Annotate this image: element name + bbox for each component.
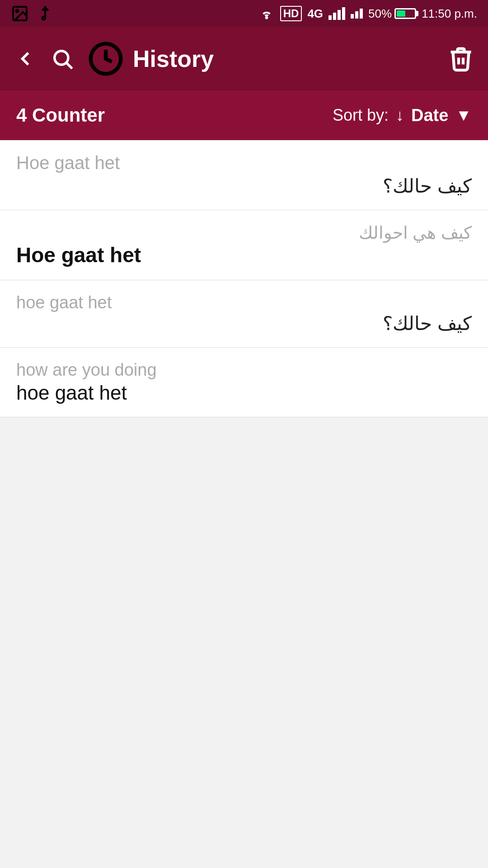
history-item[interactable]: how are you doing hoe gaat het — [0, 348, 488, 417]
svg-point-1 — [16, 10, 19, 12]
svg-line-4 — [67, 63, 72, 69]
translated-text-4: hoe gaat het — [16, 382, 472, 404]
battery-icon — [394, 8, 416, 19]
counter-label: 4 Counter — [16, 104, 105, 126]
clock: 11:50 p.m. — [422, 7, 477, 21]
usb-icon — [36, 5, 54, 23]
search-button[interactable] — [51, 47, 74, 71]
signal-bars — [328, 7, 345, 20]
history-list: Hoe gaat het كيف حالك؟ كيف هي احوالك Hoe… — [0, 140, 488, 417]
battery-percent: 50% — [368, 7, 392, 21]
signal-bars-2 — [351, 9, 363, 19]
wifi-icon — [258, 5, 275, 22]
sort-direction-icon: ↓ — [396, 106, 404, 125]
image-icon — [11, 5, 29, 23]
translated-text-1: كيف حالك؟ — [16, 175, 472, 197]
back-button[interactable] — [14, 47, 37, 71]
source-text-1: Hoe gaat het — [16, 153, 472, 173]
sort-value: Date — [411, 106, 448, 125]
history-item[interactable]: Hoe gaat het كيف حالك؟ — [0, 140, 488, 210]
status-bar: HD 4G 50% 11:50 p.m. — [0, 0, 488, 27]
source-text-4: how are you doing — [16, 360, 472, 380]
sort-group[interactable]: Sort by: ↓ Date ▼ — [333, 106, 472, 125]
translated-text-3: كيف حالك؟ — [16, 312, 472, 335]
app-bar: History — [0, 27, 488, 90]
sort-dropdown-icon[interactable]: ▼ — [455, 106, 472, 125]
svg-point-3 — [55, 51, 68, 65]
network-type: 4G — [307, 7, 323, 21]
history-clock-icon — [88, 41, 124, 77]
source-text-2: Hoe gaat het — [16, 243, 472, 267]
svg-point-2 — [266, 17, 267, 19]
status-left-icons — [11, 5, 54, 23]
status-right-info: HD 4G 50% 11:50 p.m. — [258, 5, 477, 22]
title-group: History — [88, 41, 434, 77]
sort-by-label: Sort by: — [333, 106, 389, 125]
battery-indicator: 50% — [368, 7, 416, 21]
translated-sub-2: كيف هي احوالك — [16, 223, 472, 243]
history-item[interactable]: hoe gaat het كيف حالك؟ — [0, 280, 488, 348]
history-item[interactable]: كيف هي احوالك Hoe gaat het — [0, 210, 488, 280]
page-title: History — [133, 45, 214, 72]
battery-fill — [397, 10, 405, 17]
delete-button[interactable] — [447, 45, 474, 72]
hd-badge: HD — [280, 6, 302, 21]
source-text-3: hoe gaat het — [16, 293, 472, 312]
sort-bar: 4 Counter Sort by: ↓ Date ▼ — [0, 90, 488, 140]
